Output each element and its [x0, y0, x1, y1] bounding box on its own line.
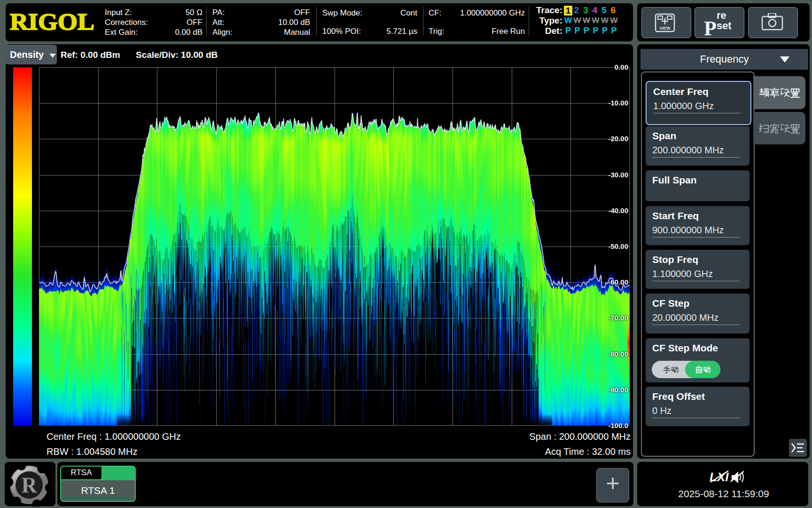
svg-text:VIEW: VIEW — [659, 26, 671, 31]
svg-text:R: R — [21, 473, 37, 497]
svg-text:RIGOL: RIGOL — [10, 8, 94, 35]
